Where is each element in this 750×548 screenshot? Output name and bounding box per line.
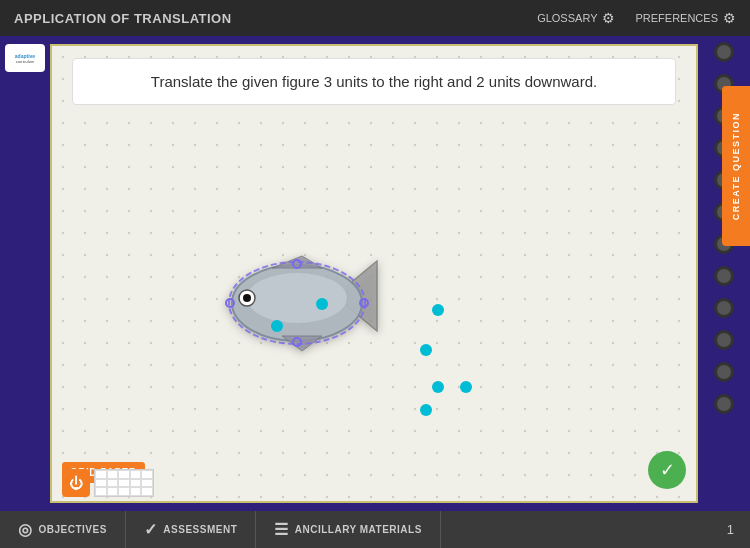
grid-mini-preview [94,469,154,497]
glossary-label: GLOSSARY [537,12,597,24]
ancillary-label: ANCILLARY MATERIALS [295,524,422,535]
assessment-label: ASSESSMENT [163,524,237,535]
ring-9 [714,298,734,318]
glossary-button[interactable]: GLOSSARY ⚙ [537,10,615,26]
objectives-icon: ◎ [18,520,33,539]
question-text: Translate the given figure 3 units to th… [151,73,597,90]
ancillary-tab[interactable]: ☰ ANCILLARY MATERIALS [256,511,441,548]
create-question-label: CREATE QUESTION [731,112,741,220]
assessment-icon: ✓ [144,520,158,539]
objectives-label: OBJECTIVES [39,524,107,535]
question-box: Translate the given figure 3 units to th… [72,58,676,105]
main-area: adaptive curriculum Translate the given … [0,36,750,511]
ring-12 [714,394,734,414]
svg-point-8 [243,294,251,302]
logo: adaptive curriculum [5,44,45,72]
hint-dot-2 [420,344,432,356]
notebook-canvas: Translate the given figure 3 units to th… [50,44,698,503]
svg-point-4 [247,273,347,323]
preferences-button[interactable]: PREFERENCES ⚙ [635,10,736,26]
glossary-icon: ⚙ [602,10,615,26]
left-strip: adaptive curriculum [0,36,50,511]
ring-1 [714,42,734,62]
power-button-area: ⏻ [62,469,154,497]
hint-dot-1 [432,304,444,316]
top-bar-actions: GLOSSARY ⚙ PREFERENCES ⚙ [537,10,736,26]
top-bar: APPLICATION OF TRANSLATION GLOSSARY ⚙ PR… [0,0,750,36]
fish-figure [202,246,402,380]
hint-dot-5 [420,404,432,416]
ring-11 [714,362,734,382]
ring-8 [714,266,734,286]
bottom-bar: ◎ OBJECTIVES ✓ ASSESSMENT ☰ ANCILLARY MA… [0,511,750,548]
svg-point-15 [316,298,328,310]
app-title: APPLICATION OF TRANSLATION [14,11,232,26]
check-button[interactable]: ✓ [648,451,686,489]
ring-10 [714,330,734,350]
hint-dot-4 [460,381,472,393]
page-number: 1 [727,522,750,537]
preferences-label: PREFERENCES [635,12,718,24]
assessment-tab[interactable]: ✓ ASSESSMENT [126,511,256,548]
ancillary-icon: ☰ [274,520,289,539]
svg-marker-5 [272,256,322,268]
objectives-tab[interactable]: ◎ OBJECTIVES [0,511,126,548]
fish-svg [202,246,402,376]
svg-point-14 [271,320,283,332]
power-button[interactable]: ⏻ [62,469,90,497]
create-question-tab[interactable]: CREATE QUESTION [722,86,750,246]
logo-bottom-text: curriculum [16,59,34,64]
preferences-icon: ⚙ [723,10,736,26]
hint-dot-3 [432,381,444,393]
